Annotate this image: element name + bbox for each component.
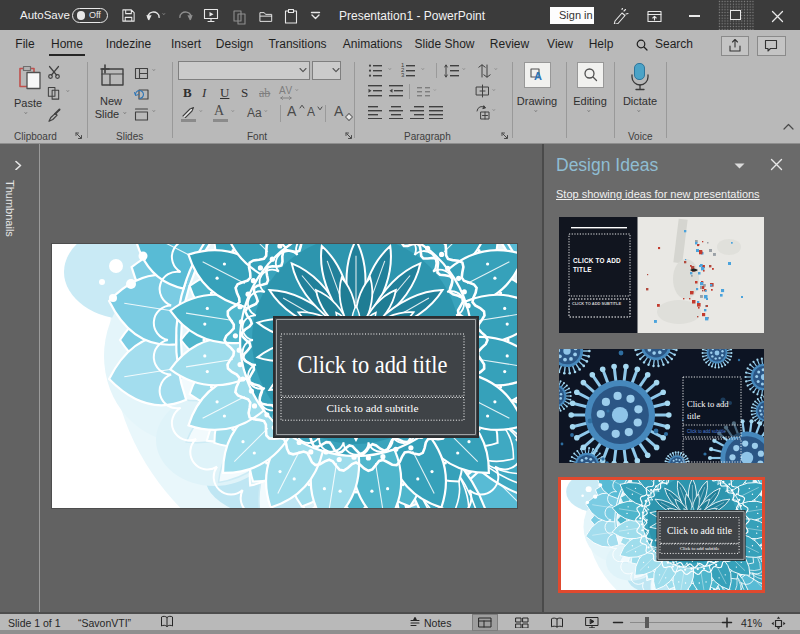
svg-text:title: title: [687, 411, 700, 421]
svg-text:Click to add: Click to add: [687, 399, 729, 409]
svg-text:Click to add title: Click to add title: [298, 350, 448, 379]
svg-text:TITLE: TITLE: [573, 266, 592, 273]
svg-text:Click to add subtitle: Click to add subtitle: [327, 403, 419, 414]
svg-text:Click to add subtitle: Click to add subtitle: [687, 429, 727, 434]
svg-text:Click to add title: Click to add title: [667, 524, 732, 536]
svg-text:CLICK TO ADD: CLICK TO ADD: [573, 257, 621, 264]
svg-text:CLICK TO ADD SUBTITLE: CLICK TO ADD SUBTITLE: [572, 301, 621, 306]
svg-text:Click to add subtitle: Click to add subtitle: [680, 546, 720, 551]
